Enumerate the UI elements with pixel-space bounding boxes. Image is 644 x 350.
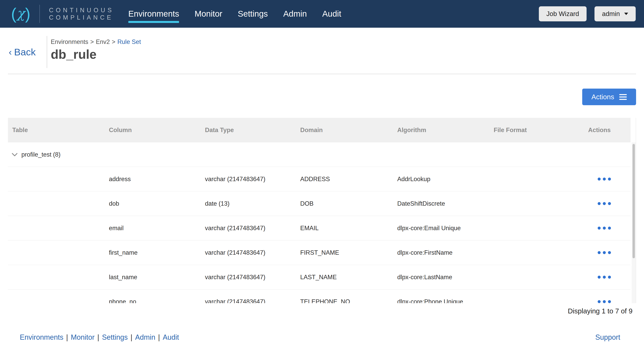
table-row: address varchar (2147483647) ADDRESS Add… xyxy=(8,167,630,191)
cell-column: dob xyxy=(109,200,205,207)
nav-item-monitor[interactable]: Monitor xyxy=(194,9,222,18)
cell-domain: ADDRESS xyxy=(300,175,397,183)
footer-separator: | xyxy=(66,333,68,341)
pagination-status: Displaying 1 to 7 of 9 xyxy=(8,307,636,316)
cell-domain: FIRST_NAME xyxy=(300,249,397,256)
ellipsis-icon xyxy=(598,276,601,279)
brand-text: CONTINUOUS COMPLIANCE xyxy=(49,6,114,21)
cell-domain: TELEPHONE_NO xyxy=(300,298,397,303)
footer-link-audit[interactable]: Audit xyxy=(163,333,179,341)
column-header-domain: Domain xyxy=(300,127,397,134)
brand-line1: CONTINUOUS xyxy=(49,6,114,14)
nav-item-environments[interactable]: Environments xyxy=(128,9,179,18)
footer-link-admin[interactable]: Admin xyxy=(135,333,155,341)
column-header-table: Table xyxy=(8,127,109,134)
row-actions-button[interactable] xyxy=(596,175,612,183)
user-menu-button[interactable]: admin xyxy=(594,6,636,21)
row-actions-button[interactable] xyxy=(596,297,612,303)
main-content: ‹ Back Environments>Env2>Rule Set db_rul… xyxy=(0,36,644,316)
chevron-down-icon xyxy=(12,153,18,157)
back-link[interactable]: ‹ Back xyxy=(9,46,36,57)
ellipsis-icon xyxy=(598,251,601,254)
table-row: first_name varchar (2147483647) FIRST_NA… xyxy=(8,240,630,265)
table-row: last_name varchar (2147483647) LAST_NAME… xyxy=(8,265,630,290)
caret-down-icon xyxy=(624,13,628,15)
ellipsis-icon xyxy=(598,227,601,230)
column-header-file-format: File Format xyxy=(494,127,588,134)
ellipsis-icon xyxy=(598,300,601,303)
cell-data-type: varchar (2147483647) xyxy=(205,298,300,303)
cell-algorithm: dlpx-core:LastName xyxy=(397,274,494,281)
footer-link-settings[interactable]: Settings xyxy=(102,333,128,341)
topbar-actions: Job Wizard admin xyxy=(539,6,636,21)
nav-item-admin[interactable]: Admin xyxy=(283,9,307,18)
job-wizard-button[interactable]: Job Wizard xyxy=(539,6,586,21)
ellipsis-icon xyxy=(598,202,601,205)
cell-column: phone_no xyxy=(109,298,205,303)
brand-divider xyxy=(40,5,40,23)
header-divider xyxy=(8,74,636,74)
table-row: phone_no varchar (2147483647) TELEPHONE_… xyxy=(8,290,630,303)
footer-link-environments[interactable]: Environments xyxy=(20,333,63,341)
column-header-column: Column xyxy=(109,127,205,134)
footer-separator: | xyxy=(98,333,99,341)
cell-data-type: varchar (2147483647) xyxy=(205,249,300,256)
cell-domain: LAST_NAME xyxy=(300,274,397,281)
cell-data-type: date (13) xyxy=(205,200,300,207)
cell-algorithm: DateShiftDiscrete xyxy=(397,200,494,207)
table-scrollbar-thumb[interactable] xyxy=(632,144,635,258)
primary-nav: Environments Monitor Settings Admin Audi… xyxy=(128,9,341,18)
row-actions-button[interactable] xyxy=(596,273,612,281)
breadcrumb-env2[interactable]: Env2 xyxy=(96,38,110,45)
page-title: db_rule xyxy=(51,47,141,62)
table-row: email varchar (2147483647) EMAIL dlpx-co… xyxy=(8,216,630,240)
cell-data-type: varchar (2147483647) xyxy=(205,225,300,232)
table-header-row: Table Column Data Type Domain Algorithm … xyxy=(8,118,630,142)
active-nav-underline xyxy=(128,21,179,23)
row-actions-button[interactable] xyxy=(596,248,612,257)
column-header-data-type: Data Type xyxy=(205,127,300,134)
hamburger-icon xyxy=(619,94,627,100)
footer-separator: | xyxy=(158,333,160,341)
breadcrumb-separator: > xyxy=(112,38,116,45)
column-header-algorithm: Algorithm xyxy=(397,127,494,134)
table-toolbar: Actions xyxy=(8,89,636,105)
breadcrumb-rule-set[interactable]: Rule Set xyxy=(118,38,141,45)
delphix-logo-icon[interactable]: (χ) xyxy=(11,6,30,22)
group-label: profile_test(8) xyxy=(22,151,60,158)
breadcrumb: Environments>Env2>Rule Set xyxy=(51,38,141,45)
nav-item-settings[interactable]: Settings xyxy=(238,9,268,18)
breadcrumb-separator: > xyxy=(90,38,94,45)
cell-column: email xyxy=(109,225,205,232)
ruleset-table: Table Column Data Type Domain Algorithm … xyxy=(8,118,636,303)
back-chevron-icon: ‹ xyxy=(9,47,12,57)
cell-column: first_name xyxy=(109,249,205,256)
actions-button[interactable]: Actions xyxy=(582,89,636,105)
footer-link-monitor[interactable]: Monitor xyxy=(71,333,94,341)
table-group-row[interactable]: profile_test(8) xyxy=(8,142,630,167)
title-block: Environments>Env2>Rule Set db_rule xyxy=(51,36,141,68)
brand-line2: COMPLIANCE xyxy=(49,14,114,21)
cell-domain: DOB xyxy=(300,200,397,207)
support-link[interactable]: Support xyxy=(595,333,620,342)
table-row: dob date (13) DOB DateShiftDiscrete xyxy=(8,191,630,216)
cell-data-type: varchar (2147483647) xyxy=(205,175,300,183)
nav-item-audit[interactable]: Audit xyxy=(322,9,341,18)
cell-domain: EMAIL xyxy=(300,225,397,232)
cell-algorithm: AddrLookup xyxy=(397,175,494,183)
cell-algorithm: dlpx-core:FirstName xyxy=(397,249,494,256)
page-header: ‹ Back Environments>Env2>Rule Set db_rul… xyxy=(8,36,636,68)
row-actions-button[interactable] xyxy=(596,199,612,208)
cell-column: address xyxy=(109,175,205,183)
cell-column: last_name xyxy=(109,274,205,281)
cell-data-type: varchar (2147483647) xyxy=(205,274,300,281)
ellipsis-icon xyxy=(598,177,601,180)
cell-algorithm: dlpx-core:Email Unique xyxy=(397,225,494,232)
page-footer: Environments|Monitor|Settings|Admin|Audi… xyxy=(0,333,644,342)
group-count: (8) xyxy=(53,151,60,158)
table-scrollbar-track[interactable] xyxy=(632,142,636,303)
breadcrumb-environments[interactable]: Environments xyxy=(51,38,88,45)
footer-links: Environments|Monitor|Settings|Admin|Audi… xyxy=(20,333,179,342)
table-body: profile_test(8) address varchar (2147483… xyxy=(8,142,630,303)
row-actions-button[interactable] xyxy=(596,224,612,232)
